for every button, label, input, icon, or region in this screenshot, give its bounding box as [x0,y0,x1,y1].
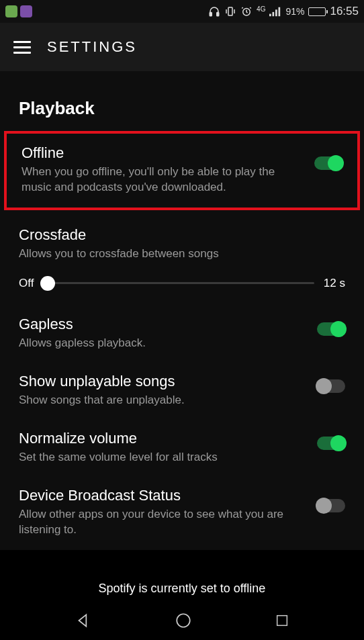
vibrate-icon [224,5,236,17]
toggle-normalize[interactable] [317,437,345,450]
setting-normalize[interactable]: Normalize volume Set the same volume lev… [0,420,364,477]
setting-unplayable[interactable]: Show unplayable songs Show songs that ar… [0,363,364,420]
signal-icon [269,6,281,17]
svg-rect-2 [228,7,232,15]
svg-rect-5 [273,12,275,16]
setting-gapless-title: Gapless [19,316,308,333]
page-title: SETTINGS [47,38,137,56]
slider-thumb[interactable] [40,276,55,291]
toggle-broadcast[interactable] [317,499,345,512]
svg-rect-9 [277,616,287,626]
status-left [5,5,32,17]
toggle-offline[interactable] [314,156,343,170]
setting-offline-desc: When you go offline, you'll only be able… [21,165,305,195]
setting-normalize-title: Normalize volume [19,430,308,447]
setting-crossfade-desc: Allows you to crossfade between songs [19,246,345,262]
slider-crossfade-row: Off 12 s [0,266,364,306]
section-title-playback: Playback [0,71,364,131]
system-nav-bar [0,601,364,640]
setting-unplayable-title: Show unplayable songs [19,373,308,390]
setting-broadcast-title: Device Broadcast Status [19,487,308,504]
setting-offline-title: Offline [21,144,305,162]
svg-rect-1 [217,13,219,16]
svg-rect-0 [210,13,212,16]
caption-text: Spotify is currently set to offline [0,576,364,601]
setting-gapless[interactable]: Gapless Allows gapless playback. [0,306,364,363]
svg-point-8 [177,614,190,627]
network-type: 4G [257,5,265,13]
headphones-icon [208,5,220,17]
battery-icon [308,7,326,16]
setting-crossfade: Crossfade Allows you to crossfade betwee… [0,217,364,266]
setting-gapless-desc: Allows gapless playback. [19,336,308,351]
status-right: 4G 91% 16:55 [208,5,359,18]
menu-icon[interactable] [13,41,31,54]
app-header: SETTINGS [0,23,364,71]
setting-broadcast-desc: Allow other apps on your device to see w… [19,507,308,538]
highlight-offline: Offline When you go offline, you'll only… [4,131,360,210]
notif-app-icon-2 [20,5,32,17]
svg-rect-6 [275,9,277,16]
setting-normalize-desc: Set the same volume level for all tracks [19,450,308,465]
slider-crossfade[interactable] [43,282,314,284]
status-bar: 4G 91% 16:55 [0,0,364,23]
setting-unplayable-desc: Show songs that are unplayable. [19,393,308,408]
nav-recent-icon[interactable] [275,613,289,628]
toggle-unplayable[interactable] [317,379,345,393]
svg-rect-7 [279,7,281,17]
nav-back-icon[interactable] [75,612,92,629]
alarm-icon [240,5,253,17]
slider-max-label: 12 s [324,277,345,290]
slider-min-label: Off [19,277,34,290]
notif-app-icon-1 [5,5,17,17]
svg-rect-4 [269,14,271,17]
toggle-gapless[interactable] [317,322,345,336]
nav-home-icon[interactable] [175,612,192,629]
setting-broadcast[interactable]: Device Broadcast Status Allow other apps… [0,477,364,550]
setting-crossfade-title: Crossfade [19,226,345,244]
setting-offline[interactable]: Offline When you go offline, you'll only… [7,135,357,208]
settings-content: Playback Offline When you go offline, yo… [0,71,364,550]
status-time: 16:55 [330,5,359,18]
battery-percent: 91% [285,6,304,17]
